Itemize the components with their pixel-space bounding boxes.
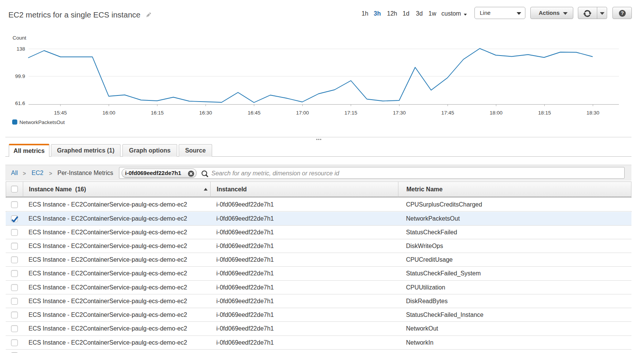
svg-text:NetworkPacketsOut: NetworkPacketsOut — [19, 119, 65, 125]
svg-text:18:30: 18:30 — [587, 110, 600, 116]
svg-text:17:15: 17:15 — [344, 110, 357, 116]
svg-text:99.9: 99.9 — [15, 73, 25, 79]
svg-text:16:45: 16:45 — [247, 110, 260, 116]
svg-text:Count: Count — [13, 35, 26, 41]
svg-text:18:00: 18:00 — [490, 110, 503, 116]
svg-text:16:00: 16:00 — [102, 110, 115, 116]
svg-text:18:15: 18:15 — [538, 110, 551, 116]
svg-text:17:00: 17:00 — [296, 110, 309, 116]
svg-text:17:45: 17:45 — [441, 110, 454, 116]
svg-text:16:30: 16:30 — [199, 110, 212, 116]
svg-text:61.6: 61.6 — [15, 100, 25, 106]
svg-text:15:45: 15:45 — [54, 110, 67, 116]
svg-text:138: 138 — [16, 46, 25, 52]
svg-text:16:15: 16:15 — [151, 110, 164, 116]
svg-text:17:30: 17:30 — [393, 110, 406, 116]
